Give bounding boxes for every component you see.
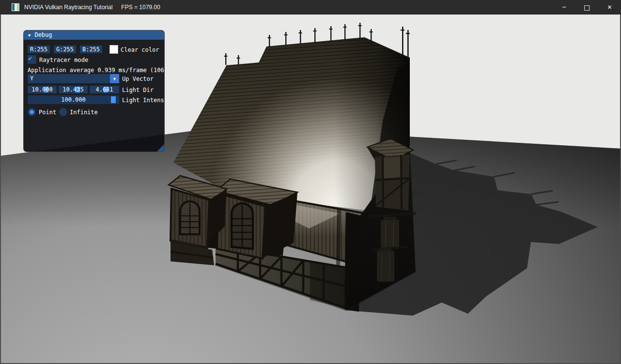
raytracer-mode-checkbox[interactable]: ✔ <box>28 55 36 64</box>
light-intensity-value: 100.000 <box>28 95 119 104</box>
debug-panel-header[interactable]: ▼ Debug <box>24 30 164 40</box>
light-dir-label: Light Dir <box>122 86 154 94</box>
light-dir-z-field[interactable]: 4.681 <box>90 86 119 93</box>
raytraced-viewport[interactable]: ▼ Debug R:255 G:255 B:255 Clear color ✔ … <box>0 15 621 364</box>
up-vector-combo[interactable]: Y ▼ <box>28 74 119 83</box>
point-light-radio[interactable] <box>28 108 36 116</box>
fps-counter: FPS = 1079.00 <box>121 4 160 11</box>
checkmark-icon: ✔ <box>28 54 32 62</box>
panel-title: Debug <box>34 30 52 40</box>
frame-stats-text: Application average 0.939 ms/frame (1064 <box>28 66 165 74</box>
clear-color-r-field[interactable]: R:255 <box>28 46 50 53</box>
minimize-button[interactable]: ─ <box>553 0 575 15</box>
title-bar: NVIDIA Vulkan Raytracing Tutorial FPS = … <box>0 0 621 15</box>
maximize-button[interactable]: □ <box>575 0 598 15</box>
radio-selected-dot <box>30 110 34 114</box>
light-dir-y-field[interactable]: 10.435 <box>59 86 88 93</box>
raytracer-mode-label: Raytracer mode <box>39 56 88 64</box>
clear-color-b-field[interactable]: B:255 <box>80 46 102 53</box>
up-vector-label: Up Vector <box>122 75 154 83</box>
point-light-label: Point <box>39 108 56 116</box>
infinite-light-label: Infinite <box>70 108 98 116</box>
app-window: NVIDIA Vulkan Raytracing Tutorial FPS = … <box>0 0 621 364</box>
center-dormer <box>216 179 297 258</box>
panel-resize-grip[interactable] <box>157 144 164 152</box>
lantern <box>381 220 399 248</box>
window-title: NVIDIA Vulkan Raytracing Tutorial <box>24 4 112 11</box>
clear-color-swatch[interactable] <box>109 45 118 54</box>
up-vector-value: Y <box>30 75 33 83</box>
light-dir-z-value: 4.681 <box>90 86 119 93</box>
left-dormer-window <box>180 201 200 234</box>
lantern <box>377 251 394 282</box>
clear-color-g-field[interactable]: G:255 <box>54 46 76 53</box>
light-dir-x-value: 10.000 <box>28 86 57 93</box>
debug-panel[interactable]: ▼ Debug R:255 G:255 B:255 Clear color ✔ … <box>23 30 165 152</box>
close-button[interactable]: ✕ <box>598 0 621 15</box>
combo-arrow-icon[interactable]: ▼ <box>110 74 119 83</box>
light-dir-y-value: 10.435 <box>59 86 88 93</box>
light-dir-x-field[interactable]: 10.000 <box>28 86 57 93</box>
infinite-light-radio[interactable] <box>59 108 67 116</box>
light-intensity-label: Light Intensity <box>122 96 165 104</box>
center-dormer-window <box>232 203 253 249</box>
light-intensity-slider[interactable]: 100.000 <box>28 95 119 104</box>
app-icon <box>12 3 19 11</box>
collapse-arrow-icon[interactable]: ▼ <box>28 33 31 38</box>
clear-color-label: Clear color <box>121 46 159 54</box>
